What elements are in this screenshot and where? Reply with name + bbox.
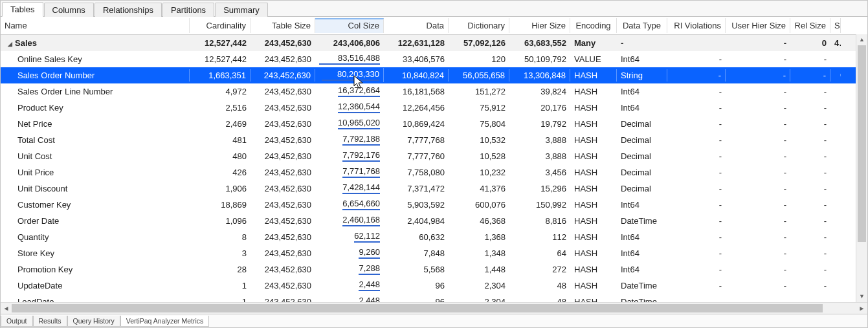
cell-enc: HASH — [570, 279, 617, 292]
bottom-tab-query-history[interactable]: Query History — [67, 316, 120, 327]
cell-rsize: - — [790, 231, 830, 243]
cell-s — [830, 90, 841, 93]
table-row[interactable]: Sales Order Line Number4,972243,452,6301… — [1, 83, 867, 100]
cell-s — [830, 106, 841, 109]
scroll-right-button[interactable]: ► — [856, 305, 867, 312]
column-header-s[interactable]: S — [830, 18, 841, 33]
vscroll-track[interactable] — [856, 45, 867, 291]
tab-columns[interactable]: Columns — [44, 3, 94, 17]
cell-uhs: - — [726, 150, 790, 162]
cell-dtype: Decimal — [617, 118, 667, 130]
tab-tables[interactable]: Tables — [2, 2, 43, 17]
cell-dict: 75,804 — [449, 118, 509, 130]
cell-dict: 1,368 — [449, 231, 509, 243]
cell-s — [830, 268, 841, 270]
cell-name: UpdateDate — [1, 279, 190, 292]
cell-dtype: - — [617, 37, 667, 49]
table-row[interactable]: Total Cost481243,452,6307,792,1887,777,7… — [1, 132, 867, 148]
cell-name: Product Key — [1, 102, 190, 114]
column-header-row: NameCardinalityTable SizeCol SizeDataDic… — [1, 17, 867, 35]
table-row[interactable]: Online Sales Key12,527,442243,452,63083,… — [1, 51, 867, 67]
table-row[interactable]: Unit Cost480243,452,6307,792,1767,777,76… — [1, 148, 867, 164]
vscroll-thumb[interactable] — [858, 45, 866, 242]
hscroll-thumb[interactable] — [12, 304, 823, 312]
cell-hier: 50,109,792 — [509, 53, 570, 65]
cell-dtype: Int64 — [617, 199, 667, 211]
cell-riv: - — [667, 182, 726, 195]
tab-summary[interactable]: Summary — [215, 3, 268, 17]
column-header-rsize[interactable]: Rel Size — [790, 18, 830, 33]
cell-card: 2,516 — [190, 102, 250, 114]
scroll-down-button[interactable]: ▼ — [856, 291, 867, 302]
cell-tsize: 243,452,630 — [250, 166, 315, 179]
cell-hier: 19,792 — [509, 118, 570, 130]
cell-csize: 7,792,188 — [315, 133, 384, 147]
table-group-row[interactable]: ◢Sales12,527,442243,452,630243,406,80612… — [1, 35, 867, 51]
tab-partitions[interactable]: Partitions — [162, 3, 214, 17]
cell-riv: - — [667, 231, 726, 243]
tab-relationships[interactable]: Relationships — [95, 3, 162, 17]
cell-uhs: - — [726, 215, 790, 227]
column-header-data[interactable]: Data — [384, 18, 449, 33]
cell-card: 12,527,442 — [190, 37, 250, 49]
cell-riv: - — [667, 85, 726, 98]
column-header-hier[interactable]: Hier Size — [509, 18, 570, 33]
table-row[interactable]: Customer Key18,869243,452,6306,654,6605,… — [1, 197, 867, 213]
table-row[interactable]: Promotion Key28243,452,6307,2885,5681,44… — [1, 261, 867, 278]
cell-data: 2,404,984 — [384, 215, 449, 227]
scroll-up-button[interactable]: ▲ — [856, 34, 867, 45]
bottom-tab-output[interactable]: Output — [1, 316, 33, 327]
table-row[interactable]: Store Key3243,452,6309,2607,8481,34864HA… — [1, 245, 867, 261]
cell-enc: HASH — [570, 69, 617, 82]
column-header-tsize[interactable]: Table Size — [250, 18, 315, 33]
cell-data: 5,568 — [384, 263, 449, 276]
cell-riv: - — [667, 279, 726, 292]
cell-dict: 10,528 — [449, 150, 509, 162]
column-header-dtype[interactable]: Data Type — [617, 18, 667, 33]
bottom-tab-results[interactable]: Results — [33, 316, 67, 327]
cell-uhs: - — [726, 85, 790, 98]
table-row[interactable]: Order Date1,096243,452,6302,460,1682,404… — [1, 213, 867, 229]
cell-uhs: - — [726, 263, 790, 276]
horizontal-scrollbar[interactable]: ◄ ► — [1, 302, 867, 314]
cell-s — [830, 122, 841, 125]
cell-tsize: 243,452,630 — [250, 150, 315, 162]
top-tab-strip: Tables Columns Relationships Partitions … — [1, 1, 867, 17]
column-header-uhs[interactable]: User Hier Size — [726, 18, 790, 33]
scroll-left-button[interactable]: ◄ — [1, 305, 12, 312]
grid: NameCardinalityTable SizeCol SizeDataDic… — [1, 17, 867, 314]
cell-enc: HASH — [570, 166, 617, 179]
bottom-tab-vertipaq[interactable]: VertiPaq Analyzer Metrics — [120, 316, 210, 327]
table-row[interactable]: Product Key2,516243,452,63012,360,54412,… — [1, 100, 867, 116]
cell-data: 5,903,592 — [384, 199, 449, 211]
table-row[interactable]: Unit Price426243,452,6307,771,7687,758,0… — [1, 164, 867, 180]
cell-card: 426 — [190, 166, 250, 179]
column-header-card[interactable]: Cardinality — [190, 18, 250, 33]
cell-name[interactable]: ◢Sales — [1, 37, 190, 49]
table-row[interactable]: Net Price2,469243,452,63010,965,02010,86… — [1, 116, 867, 132]
column-header-name[interactable]: Name — [1, 18, 190, 33]
cell-hier: 20,176 — [509, 102, 570, 114]
cell-dict: 75,912 — [449, 102, 509, 114]
cell-enc: HASH — [570, 199, 617, 211]
cell-s — [830, 155, 841, 157]
cell-hier: 64 — [509, 247, 570, 259]
column-header-riv[interactable]: RI Violations — [667, 18, 726, 33]
table-row[interactable]: UpdateDate1243,452,6302,448962,30448HASH… — [1, 278, 867, 294]
cell-rsize: - — [790, 263, 830, 276]
column-header-enc[interactable]: Encoding — [570, 18, 617, 33]
table-row[interactable]: Unit Discount1,906243,452,6307,428,1447,… — [1, 180, 867, 197]
collapse-icon[interactable]: ◢ — [6, 41, 14, 47]
cell-data: 7,371,472 — [384, 182, 449, 195]
cell-csize: 7,792,176 — [315, 149, 384, 163]
column-header-csize[interactable]: Col Size — [315, 18, 384, 33]
cell-rsize: - — [790, 199, 830, 211]
table-row[interactable]: Quantity8243,452,63062,11260,6321,368112… — [1, 229, 867, 245]
vertical-scrollbar[interactable]: ▲ ▼ — [856, 34, 867, 302]
cell-dict: 1,348 — [449, 247, 509, 259]
column-header-dict[interactable]: Dictionary — [449, 18, 509, 33]
hscroll-track[interactable] — [12, 303, 856, 314]
cell-enc: HASH — [570, 134, 617, 146]
cell-card: 18,869 — [190, 199, 250, 211]
table-row[interactable]: Sales Order Number1,663,351243,452,63080… — [1, 67, 867, 83]
